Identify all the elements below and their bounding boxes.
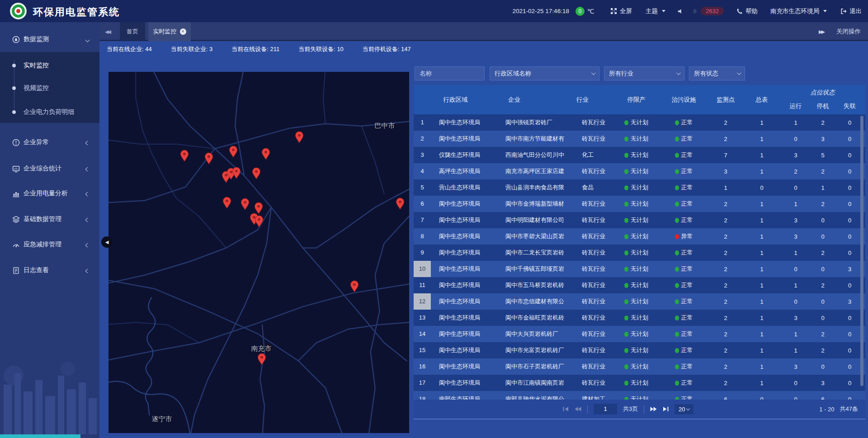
cell-production-status: 无计划 [613, 281, 660, 289]
col-monitor-points: 监测点 [708, 85, 744, 114]
sidebar-item-emergency-reduction[interactable]: 应急减排管理 [0, 235, 99, 254]
cell-monitor-points: 3 [708, 168, 744, 175]
last-page-button[interactable] [663, 406, 669, 412]
tab-realtime-monitoring[interactable]: 实时监控 × [148, 22, 191, 41]
tabs-scroll-left-button[interactable]: ◀◀ [105, 22, 110, 41]
sidebar-item-video-monitoring[interactable]: 视频监控 [0, 81, 99, 95]
total-count-label: 共47条 [840, 405, 858, 413]
sidebar-item-log-view[interactable]: 日志查看 [0, 260, 99, 280]
map-marker-icon[interactable] [204, 152, 213, 165]
logout-button[interactable]: 退出 [840, 7, 862, 15]
map-marker-icon[interactable] [180, 150, 189, 162]
first-page-button[interactable] [563, 406, 569, 412]
cell-industry: 砖瓦行业 [576, 363, 613, 371]
cell-total-meter: 0 [744, 184, 780, 191]
help-button[interactable]: 帮助 [736, 7, 758, 15]
table-row[interactable]: 6阆中生态环境局阆中市金博瑞新型墙材砖瓦行业无计划正常21120 [414, 196, 865, 212]
table-row[interactable]: 16阆中生态环境局阆中市石子页岩机砖厂砖瓦行业无计划正常21300 [414, 358, 865, 375]
table-row[interactable]: 1阆中生态环境局阆中强锐页岩砖厂砖瓦行业无计划正常21120 [414, 114, 865, 131]
cell-total-meter: 1 [744, 282, 780, 289]
tabs-scroll-right-button[interactable]: ▶▶ [819, 29, 824, 35]
table-row[interactable]: 3仪陇生态环境局西南油气田分公司川中化工无计划正常71350 [414, 147, 865, 163]
table-row[interactable]: 8阆中生态环境局阆中市枣碧大梁山页岩砖瓦行业无计划异常21300 [414, 228, 865, 245]
sidebar-item-power-load-detail[interactable]: 企业电力负荷明细 [0, 105, 99, 119]
datetime-display: 2021-02-25 17:46:18 [513, 8, 569, 14]
fullscreen-button[interactable]: 全屏 [610, 7, 632, 15]
table-row[interactable]: 7阆中生态环境局阆中明阳建材有限公司砖瓦行业无计划正常21300 [414, 212, 865, 228]
page-size-select[interactable]: 20 [675, 404, 693, 414]
table-row[interactable]: 5营山生态环境局营山县润丰肉食品有限食品无计划正常10010 [414, 179, 865, 196]
sidebar-item-enterprise-statistics[interactable]: 企业综合统计 [0, 159, 99, 179]
sidebar-item-power-analysis[interactable]: 企业用电量分析 [0, 184, 99, 203]
table-row[interactable]: 15阆中生态环境局阆中市光富页岩机砖厂砖瓦行业无计划正常21120 [414, 342, 865, 358]
table-row[interactable]: 17阆中生态环境局阆中市江南镇阆南页岩砖瓦行业无计划正常21030 [414, 375, 865, 391]
cell-index: 6 [414, 196, 434, 212]
table-row[interactable]: 12阆中生态环境局阆中市忠信建材有限公砖瓦行业无计划正常21003 [414, 293, 865, 310]
cell-region: 阆中生态环境局 [434, 118, 477, 127]
cell-region: 阆中生态环境局 [434, 314, 477, 322]
table-row[interactable]: 9阆中生态环境局阆中市二龙长宝页岩砖砖瓦行业无计划正常21120 [414, 245, 865, 261]
status-dot-icon [675, 283, 679, 288]
bar-chart-icon [12, 190, 20, 198]
status-filter-select[interactable]: 所有状态 [689, 66, 745, 80]
col-index [414, 85, 434, 114]
cell-industry: 砖瓦行业 [576, 281, 613, 289]
table-row[interactable]: 11阆中生态环境局阆中市五马桥页岩机砖砖瓦行业无计划正常21120 [414, 277, 865, 293]
map-marker-icon[interactable] [254, 202, 263, 214]
status-dot-icon [624, 153, 628, 158]
cell-disconnected: 0 [834, 396, 865, 400]
mute-button[interactable] [677, 8, 684, 14]
org-dropdown[interactable]: 南充市生态环境局 [770, 7, 827, 15]
phone-icon [736, 8, 743, 14]
map-marker-icon[interactable] [232, 167, 241, 179]
map-marker-icon[interactable] [222, 197, 231, 209]
next-page-button[interactable] [650, 406, 657, 412]
page-number-input[interactable]: 1 [594, 404, 617, 414]
sidebar-item-data-monitoring[interactable]: 数据监测 [0, 29, 99, 49]
industry-filter-select[interactable]: 所有行业 [604, 66, 684, 80]
cell-total-meter: 1 [744, 347, 780, 354]
sidebar-item-enterprise-abnormal[interactable]: 企业异常 [0, 132, 99, 152]
theme-dropdown[interactable]: 主题 [646, 7, 665, 15]
status-dot-icon [624, 316, 628, 320]
close-operations-button[interactable]: 关闭操作 [836, 28, 861, 36]
cell-index: 5 [414, 179, 434, 196]
name-filter-input[interactable] [415, 66, 485, 80]
table-row[interactable]: 13阆中生态环境局阆中市金福旺页岩机砖砖瓦行业无计划正常21300 [414, 310, 865, 326]
map-city-label: 巴中市 [375, 122, 395, 130]
map-panel[interactable]: 巴中市南充市遂宁市 [108, 72, 409, 433]
sidebar-item-base-data[interactable]: 基础数据管理 [0, 209, 99, 229]
chevron-down-icon [676, 71, 681, 75]
search-input[interactable] [420, 70, 480, 77]
sidebar-item-realtime-monitoring[interactable]: 实时监控 [0, 59, 99, 72]
monitor-drop-icon [12, 36, 20, 43]
map-marker-icon[interactable] [350, 280, 359, 292]
close-tab-icon[interactable]: × [180, 28, 186, 35]
table-row[interactable]: 10阆中生态环境局阆中千佛镇五郎垭页岩砖瓦行业无计划正常21003 [414, 261, 865, 277]
sidebar-collapse-button[interactable]: ◀ [101, 236, 113, 248]
table-row[interactable]: 2阆中生态环境局阆中市南方节能建材有砖瓦行业无计划正常21030 [414, 131, 865, 147]
map-marker-icon[interactable] [252, 167, 261, 179]
table-row[interactable]: 4高坪生态环境局南充市高坪区王家店建砖瓦行业无计划正常31220 [414, 163, 865, 179]
map-marker-icon[interactable] [257, 353, 266, 365]
table-row[interactable]: 14阆中生态环境局阆中大兴页岩机砖厂砖瓦行业无计划正常21120 [414, 326, 865, 342]
cell-stopped: 2 [811, 119, 834, 126]
region-filter-select[interactable]: 行政区域名称 [490, 66, 599, 80]
table-scrollbar[interactable] [860, 116, 863, 386]
cell-running: 1 [780, 250, 811, 256]
map-roads [108, 72, 409, 433]
bullet-dot-icon [12, 86, 16, 90]
map-marker-icon[interactable] [261, 148, 270, 160]
cell-region: 阆中生态环境局 [434, 232, 477, 240]
map-marker-icon[interactable] [255, 215, 264, 227]
tab-home[interactable]: 首页 [120, 22, 145, 41]
map-marker-icon[interactable] [295, 131, 304, 143]
map-marker-icon[interactable] [396, 198, 405, 210]
table-row[interactable]: 18南部生态环境局南部县驰华水泥有限公建材加工无计划正常60060 [414, 391, 865, 400]
map-marker-icon[interactable] [241, 198, 250, 210]
cell-monitor-points: 2 [708, 347, 744, 354]
map-marker-icon[interactable] [229, 146, 238, 158]
previous-page-button[interactable] [575, 406, 581, 412]
notification-area[interactable]: 2632 [692, 7, 724, 15]
cell-facility-status: 正常 [660, 281, 708, 289]
